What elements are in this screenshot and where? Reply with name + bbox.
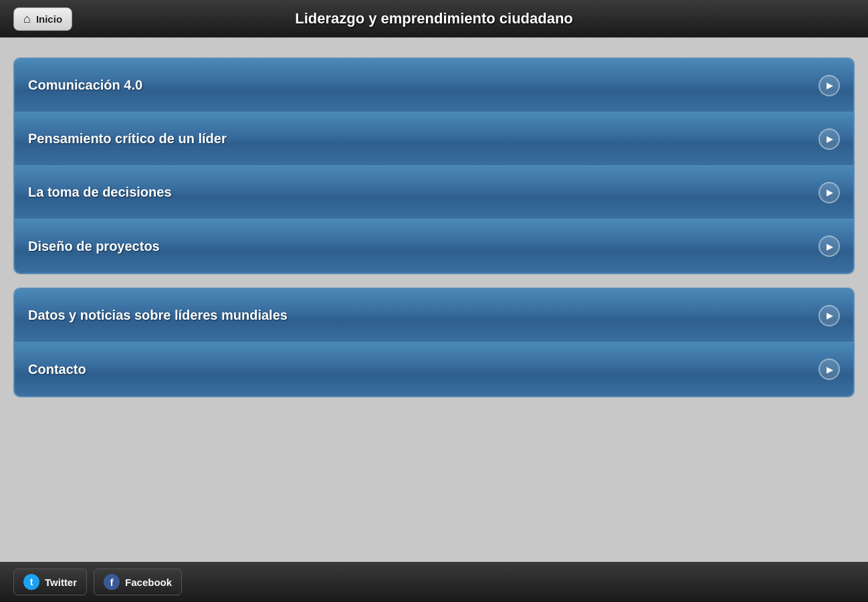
facebook-icon: f bbox=[104, 574, 120, 590]
menu-item-label: Datos y noticias sobre líderes mundiales bbox=[28, 308, 288, 323]
facebook-button[interactable]: f Facebook bbox=[94, 569, 182, 595]
menu-item-label: Pensamiento crítico de un líder bbox=[28, 131, 227, 146]
facebook-label: Facebook bbox=[125, 577, 172, 588]
page-title: Liderazgo y emprendimiento ciudadano bbox=[295, 10, 573, 27]
chevron-right-icon bbox=[819, 128, 840, 150]
home-button[interactable]: ⌂ Inicio bbox=[13, 7, 72, 31]
home-button-label: Inicio bbox=[36, 13, 62, 25]
menu-item-label: Contacto bbox=[28, 362, 86, 377]
menu-group-2: Datos y noticias sobre líderes mundiales… bbox=[13, 288, 855, 397]
chevron-right-icon bbox=[819, 182, 840, 203]
footer: t Twitter f Facebook bbox=[0, 562, 868, 602]
menu-item-comunicacion[interactable]: Comunicación 4.0 bbox=[15, 59, 853, 112]
menu-item-label: Comunicación 4.0 bbox=[28, 78, 142, 93]
twitter-icon: t bbox=[23, 574, 39, 590]
chevron-right-icon bbox=[819, 305, 840, 326]
menu-item-label: La toma de decisiones bbox=[28, 185, 172, 200]
twitter-label: Twitter bbox=[45, 577, 77, 588]
chevron-right-icon bbox=[819, 75, 840, 96]
header: ⌂ Inicio Liderazgo y emprendimiento ciud… bbox=[0, 0, 868, 37]
menu-item-proyectos[interactable]: Diseño de proyectos bbox=[15, 219, 853, 273]
menu-item-decisiones[interactable]: La toma de decisiones bbox=[15, 166, 853, 219]
menu-item-contacto[interactable]: Contacto bbox=[15, 342, 853, 396]
menu-item-datos[interactable]: Datos y noticias sobre líderes mundiales bbox=[15, 289, 853, 342]
twitter-button[interactable]: t Twitter bbox=[13, 569, 87, 595]
menu-item-pensamiento[interactable]: Pensamiento crítico de un líder bbox=[15, 112, 853, 166]
main-content: Comunicación 4.0 Pensamiento crítico de … bbox=[0, 37, 868, 562]
chevron-right-icon bbox=[819, 235, 840, 257]
menu-item-label: Diseño de proyectos bbox=[28, 239, 160, 254]
menu-group-1: Comunicación 4.0 Pensamiento crítico de … bbox=[13, 58, 855, 274]
home-icon: ⌂ bbox=[23, 12, 31, 26]
chevron-right-icon bbox=[819, 359, 840, 380]
